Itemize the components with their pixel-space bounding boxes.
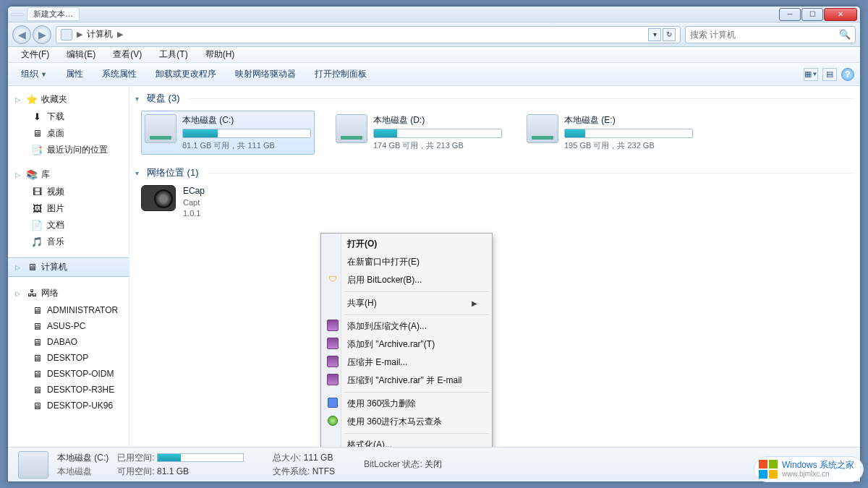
expand-icon: ▷ [15, 264, 22, 271]
drive-c-usage-bar [182, 129, 311, 138]
address-bar[interactable]: ▶ 计算机 ▶ ▾ ↻ [56, 26, 681, 43]
menubar: 文件(F) 编辑(E) 查看(V) 工具(T) 帮助(H) [8, 47, 860, 63]
ctx-open-new-window[interactable]: 在新窗口中打开(E) [323, 253, 490, 271]
search-icon[interactable]: 🔍 [839, 29, 851, 40]
status-free-label: 可用空间: [117, 466, 154, 476]
menu-edit[interactable]: 编辑(E) [59, 47, 103, 62]
rar-icon [327, 374, 339, 385]
properties-button[interactable]: 属性 [59, 65, 90, 83]
context-menu: 打开(O) 在新窗口中打开(E) 🛡 启用 BitLocker(B)... 共享… [320, 233, 493, 447]
sidebar-favorites[interactable]: ▷ ⭐ 收藏夹 [8, 90, 129, 108]
drive-e[interactable]: 本地磁盘 (E:) 195 GB 可用，共 232 GB [523, 111, 697, 155]
network-group-header[interactable]: ▾ 网络位置 (1) [129, 165, 860, 181]
breadcrumb-computer[interactable]: 计算机 [87, 28, 113, 40]
drive-e-usage-bar [564, 129, 693, 138]
sidebar-libraries[interactable]: ▷ 📚 库 [8, 166, 129, 184]
minimize-button[interactable]: ─ [779, 8, 801, 21]
sidebar-favorites-label: 收藏夹 [41, 93, 67, 106]
titlebar: 新建文本… ─ ☐ ✕ [8, 7, 860, 22]
status-drive-type: 本地磁盘 [57, 466, 109, 478]
menu-file[interactable]: 文件(F) [14, 47, 56, 62]
tab-background[interactable] [11, 13, 24, 16]
help-icon[interactable]: ? [841, 68, 854, 81]
watermark-url: www.bjmlxc.cn [782, 470, 854, 478]
network-item-name: ECap [183, 185, 205, 197]
uninstall-button[interactable]: 卸载或更改程序 [148, 65, 224, 83]
sidebar-network-label: 网络 [41, 287, 59, 299]
library-icon: 📚 [26, 169, 38, 181]
camera-icon [141, 185, 176, 211]
submenu-arrow-icon: ▶ [472, 299, 477, 307]
sidebar-network-pc[interactable]: 🖥DESKTOP-OIDM [8, 366, 129, 382]
sidebar-item-recent[interactable]: 📑最近访问的位置 [8, 142, 129, 158]
window-controls: ─ ☐ ✕ [779, 8, 857, 21]
pc-icon: 🖥 [31, 368, 43, 380]
ctx-add-archive[interactable]: 添加到压缩文件(A)... [323, 317, 490, 335]
network-item-sub2: 1.0.1 [183, 208, 205, 219]
view-options-button[interactable]: ▦▼ [804, 68, 818, 81]
ctx-share[interactable]: 共享(H)▶ [323, 294, 490, 312]
sidebar-network-pc[interactable]: 🖥DESKTOP-UK96 [8, 398, 129, 414]
address-dropdown-button[interactable]: ▾ [648, 28, 661, 41]
document-icon: 📄 [31, 220, 43, 231]
status-bitlocker-label: BitLocker 状态: [364, 459, 422, 469]
expand-icon: ▷ [15, 96, 22, 103]
preview-pane-button[interactable]: ▤ [822, 68, 837, 81]
tab-foreground[interactable]: 新建文本… [27, 7, 80, 21]
download-icon: ⬇ [31, 111, 43, 123]
search-input[interactable] [690, 30, 839, 40]
ctx-360-delete[interactable]: 使用 360强力删除 [323, 395, 490, 413]
expand-icon: ▷ [15, 171, 22, 179]
ctx-add-archive-rar[interactable]: 添加到 "Archive.rar"(T) [323, 335, 490, 354]
sidebar-network-pc[interactable]: 🖥ASUS-PC [8, 318, 129, 334]
ctx-open[interactable]: 打开(O) [323, 235, 490, 253]
menu-view[interactable]: 查看(V) [106, 47, 149, 62]
rar-icon [327, 338, 339, 349]
drive-c[interactable]: 本地磁盘 (C:) 81.1 GB 可用，共 111 GB [141, 111, 315, 155]
sidebar-network[interactable]: ▷ 🖧 网络 [8, 284, 129, 302]
refresh-button[interactable]: ↻ [663, 28, 676, 41]
sidebar-network-pc[interactable]: 🖥DESKTOP-R3HE [8, 382, 129, 398]
sidebar-item-downloads[interactable]: ⬇下载 [8, 108, 129, 125]
maximize-button[interactable]: ☐ [801, 8, 823, 21]
collapse-icon: ▾ [135, 95, 142, 103]
360-scan-icon [327, 415, 339, 427]
ctx-compress-email[interactable]: 压缩并 E-mail... [323, 354, 490, 372]
search-box[interactable]: 🔍 [685, 26, 856, 43]
desktop-icon: 🖥 [31, 128, 43, 140]
sidebar-item-videos[interactable]: 🎞视频 [8, 184, 129, 200]
status-bitlocker-value: 关闭 [425, 459, 442, 469]
computer-icon: 🖥 [26, 262, 38, 273]
360-icon [327, 397, 339, 408]
sidebar-libraries-label: 库 [41, 168, 50, 181]
system-properties-button[interactable]: 系统属性 [95, 65, 144, 83]
drives-group-header[interactable]: ▾ 硬盘 (3) [129, 90, 860, 106]
drive-e-sub: 195 GB 可用，共 232 GB [564, 140, 693, 151]
sidebar-network-pc[interactable]: 🖥ADMINISTRATOR [8, 302, 129, 318]
sidebar-computer[interactable]: ▷ 🖥 计算机 [8, 257, 129, 277]
sidebar-item-desktop[interactable]: 🖥桌面 [8, 125, 129, 142]
menu-help[interactable]: 帮助(H) [198, 47, 242, 62]
organize-button[interactable]: 组织▼ [14, 65, 54, 83]
ctx-compress-rar-email[interactable]: 压缩到 "Archive.rar" 并 E-mail [323, 372, 490, 390]
menu-tools[interactable]: 工具(T) [152, 47, 195, 62]
close-button[interactable]: ✕ [824, 8, 857, 21]
ctx-format[interactable]: 格式化(A)... [323, 436, 490, 447]
sidebar-network-pc[interactable]: 🖥DESKTOP [8, 350, 129, 366]
drive-d[interactable]: 本地磁盘 (D:) 174 GB 可用，共 213 GB [332, 111, 506, 155]
ctx-bitlocker[interactable]: 🛡 启用 BitLocker(B)... [323, 271, 490, 289]
sidebar-item-music[interactable]: 🎵音乐 [8, 234, 129, 250]
map-drive-button[interactable]: 映射网络驱动器 [228, 65, 303, 83]
picture-icon: 🖼 [31, 203, 43, 215]
pc-icon: 🖥 [31, 336, 43, 348]
sidebar-item-pictures[interactable]: 🖼图片 [8, 200, 129, 217]
network-location-item[interactable]: ECap Capt 1.0.1 [183, 185, 205, 220]
sidebar-network-pc[interactable]: 🖥DABAO [8, 334, 129, 350]
drive-d-sub: 174 GB 可用，共 213 GB [373, 140, 502, 151]
back-button[interactable]: ◀ [12, 25, 31, 44]
network-item-sub1: Capt [183, 197, 205, 208]
ctx-360-scan[interactable]: 使用 360进行木马云查杀 [323, 413, 490, 431]
sidebar-item-documents[interactable]: 📄文档 [8, 217, 129, 234]
control-panel-button[interactable]: 打开控制面板 [307, 65, 374, 83]
forward-button[interactable]: ▶ [33, 25, 51, 44]
